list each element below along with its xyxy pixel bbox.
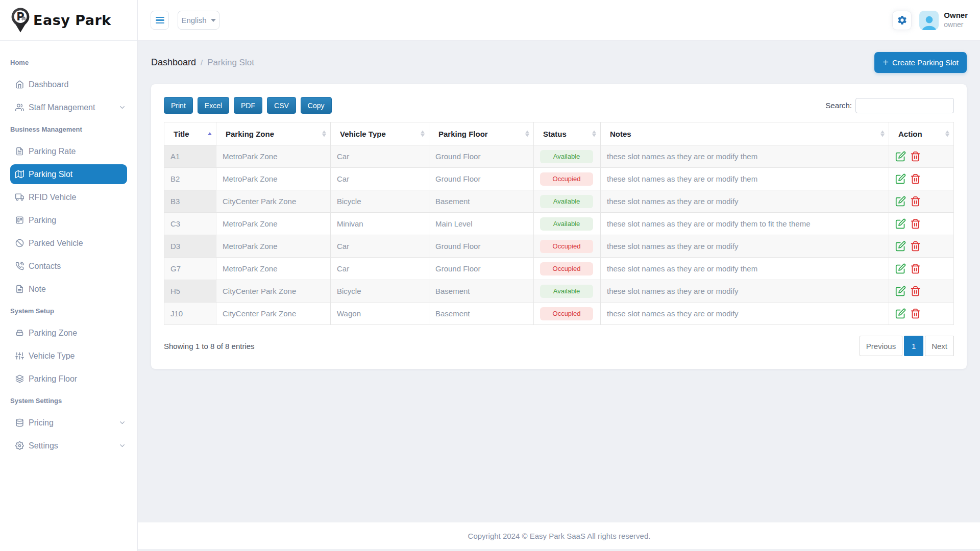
- main-area: English Owner owner Dashboard / Parking …: [138, 0, 980, 551]
- slash-circle-icon: [15, 239, 24, 247]
- sidebar-item-settings[interactable]: Settings: [0, 434, 137, 457]
- search-input[interactable]: [855, 98, 954, 113]
- excel-button[interactable]: Excel: [198, 97, 229, 114]
- trash-icon[interactable]: [910, 308, 921, 319]
- column-header-vehicle-type[interactable]: Vehicle Type: [331, 122, 429, 145]
- edit-icon[interactable]: [895, 196, 906, 207]
- pdf-button[interactable]: PDF: [234, 97, 262, 114]
- brand-logo[interactable]: P Easy Park: [0, 0, 137, 41]
- cell-notes: these slot names as they are or modify: [601, 280, 889, 303]
- cell-parking-zone: MetroPark Zone: [216, 145, 331, 168]
- sidebar-item-parking-floor[interactable]: Parking Floor: [0, 367, 137, 390]
- table-row: A1MetroPark ZoneCarGround FloorAvailable…: [164, 145, 954, 168]
- create-parking-slot-button[interactable]: + Create Parking Slot: [874, 52, 967, 73]
- sort-icons: [525, 131, 529, 137]
- cell-vehicle-type: Wagon: [331, 303, 429, 325]
- table-row: J10CityCenter Park ZoneWagonBasementOccu…: [164, 303, 954, 325]
- trash-icon[interactable]: [910, 286, 921, 296]
- page-1-button[interactable]: 1: [904, 336, 923, 356]
- cell-title: B2: [164, 168, 216, 190]
- sidebar-item-vehicle-type[interactable]: Vehicle Type: [0, 344, 137, 367]
- column-header-parking-floor[interactable]: Parking Floor: [429, 122, 534, 145]
- trash-icon[interactable]: [910, 241, 921, 252]
- edit-icon[interactable]: [895, 308, 906, 319]
- user-meta[interactable]: Owner owner: [944, 11, 968, 29]
- trash-icon[interactable]: [910, 218, 921, 229]
- trash-icon[interactable]: [910, 173, 921, 184]
- sidebar-item-pricing[interactable]: Pricing: [0, 411, 137, 434]
- print-button[interactable]: Print: [164, 97, 193, 114]
- sidebar-item-staff-management[interactable]: Staff Management: [0, 96, 137, 119]
- users-icon: [15, 103, 24, 112]
- trash-icon[interactable]: [910, 263, 921, 274]
- nav-section-system-setup: System Setup: [0, 300, 137, 321]
- sidebar-item-rfid-vehicle[interactable]: RFID Vehicle: [0, 186, 137, 209]
- column-header-notes[interactable]: Notes: [601, 122, 889, 145]
- cell-status: Available: [534, 280, 601, 303]
- map-pin-logo-icon: P: [11, 8, 30, 33]
- pagination: Previous 1 Next: [858, 336, 954, 356]
- cell-parking-floor: Basement: [429, 280, 534, 303]
- sidebar-item-contacts[interactable]: Contacts: [0, 255, 137, 278]
- table-row: H5CityCenter Park ZoneBicycleBasementAva…: [164, 280, 954, 303]
- csv-button[interactable]: CSV: [267, 97, 296, 114]
- cell-action: [889, 280, 954, 303]
- cell-action: [889, 213, 954, 235]
- sort-icons: [421, 131, 425, 137]
- cell-notes: these slot names as they are or modify: [601, 190, 889, 213]
- next-page-button[interactable]: Next: [925, 336, 954, 356]
- sidebar-item-note[interactable]: Note: [0, 278, 137, 300]
- home-icon: [15, 80, 24, 89]
- sidebar-toggle-button[interactable]: [151, 11, 169, 30]
- settings-button[interactable]: [892, 11, 912, 30]
- sidebar-item-parking[interactable]: Parking: [0, 209, 137, 232]
- sidebar-item-parking-zone[interactable]: Parking Zone: [0, 321, 137, 344]
- edit-icon[interactable]: [895, 286, 906, 296]
- trash-icon[interactable]: [910, 196, 921, 207]
- column-header-action[interactable]: Action: [889, 122, 954, 145]
- language-select[interactable]: English: [178, 11, 219, 30]
- breadcrumb-dashboard[interactable]: Dashboard: [151, 57, 196, 68]
- cell-parking-floor: Ground Floor: [429, 168, 534, 190]
- sidebar-item-parking-rate[interactable]: Parking Rate: [0, 140, 137, 163]
- chevron-down-icon: [118, 104, 126, 111]
- nav-section-home: Home: [0, 52, 137, 73]
- edit-icon[interactable]: [895, 241, 906, 252]
- column-header-status[interactable]: Status: [534, 122, 601, 145]
- cell-vehicle-type: Bicycle: [331, 280, 429, 303]
- previous-page-button[interactable]: Previous: [860, 336, 902, 356]
- sidebar-item-parked-vehicle[interactable]: Parked Vehicle: [0, 232, 137, 255]
- chevron-down-icon: [118, 419, 126, 427]
- cell-action: [889, 145, 954, 168]
- cell-title: A1: [164, 145, 216, 168]
- cell-notes: these slot names as they are or modify t…: [601, 145, 889, 168]
- cell-status: Available: [534, 190, 601, 213]
- entries-info: Showing 1 to 8 of 8 entries: [164, 342, 255, 350]
- edit-icon[interactable]: [895, 151, 906, 162]
- user-avatar-icon: [920, 13, 939, 30]
- copy-button[interactable]: Copy: [301, 97, 332, 114]
- cell-action: [889, 190, 954, 213]
- sidebar-item-parking-slot[interactable]: Parking Slot: [0, 163, 137, 186]
- content-area: Dashboard / Parking Slot + Create Parkin…: [138, 41, 980, 522]
- edit-icon[interactable]: [895, 218, 906, 229]
- cell-notes: these slot names as they are or modify: [601, 303, 889, 325]
- edit-icon[interactable]: [895, 263, 906, 274]
- search-wrap: Search:: [825, 98, 954, 113]
- cell-action: [889, 168, 954, 190]
- sidebar-nav: Home Dashboard Staff Management Business…: [0, 41, 137, 551]
- cell-vehicle-type: Minivan: [331, 213, 429, 235]
- cell-parking-zone: MetroPark Zone: [216, 258, 331, 280]
- column-header-parking-zone[interactable]: Parking Zone: [216, 122, 331, 145]
- cell-status: Occupied: [534, 235, 601, 258]
- edit-icon[interactable]: [895, 173, 906, 184]
- trash-icon[interactable]: [910, 151, 921, 162]
- avatar[interactable]: [919, 11, 939, 30]
- column-header-title[interactable]: Title: [164, 122, 216, 145]
- topbar: English Owner owner: [138, 0, 980, 41]
- cell-title: J10: [164, 303, 216, 325]
- cell-vehicle-type: Car: [331, 235, 429, 258]
- sort-asc-icon: [208, 132, 212, 135]
- sidebar-item-dashboard[interactable]: Dashboard: [0, 73, 137, 96]
- brand-name: Easy Park: [33, 12, 111, 28]
